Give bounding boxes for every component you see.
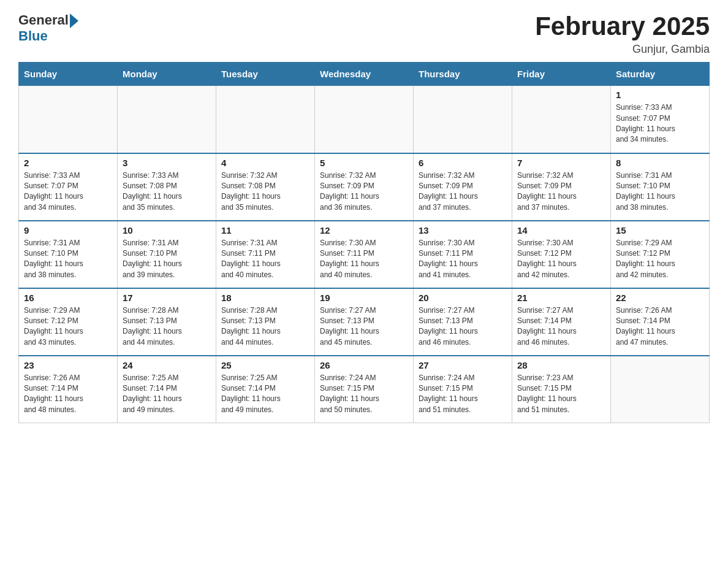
- calendar-cell: 25Sunrise: 7:25 AM Sunset: 7:14 PM Dayli…: [216, 356, 315, 423]
- day-info: Sunrise: 7:30 AM Sunset: 7:11 PM Dayligh…: [320, 238, 408, 281]
- calendar-cell: [414, 86, 512, 153]
- day-number: 25: [221, 360, 309, 370]
- day-info: Sunrise: 7:33 AM Sunset: 7:08 PM Dayligh…: [123, 170, 211, 213]
- day-number: 16: [24, 293, 112, 303]
- calendar-cell: 23Sunrise: 7:26 AM Sunset: 7:14 PM Dayli…: [19, 356, 118, 423]
- calendar-cell: 20Sunrise: 7:27 AM Sunset: 7:13 PM Dayli…: [414, 288, 512, 356]
- calendar-cell: 8Sunrise: 7:31 AM Sunset: 7:10 PM Daylig…: [611, 153, 710, 221]
- calendar-cell: 5Sunrise: 7:32 AM Sunset: 7:09 PM Daylig…: [315, 153, 414, 221]
- day-number: 3: [123, 158, 211, 168]
- day-number: 12: [320, 225, 408, 236]
- calendar-table: SundayMondayTuesdayWednesdayThursdayFrid…: [18, 62, 710, 423]
- day-number: 21: [517, 293, 605, 303]
- day-info: Sunrise: 7:32 AM Sunset: 7:09 PM Dayligh…: [517, 170, 605, 213]
- calendar-cell: 21Sunrise: 7:27 AM Sunset: 7:14 PM Dayli…: [512, 288, 611, 356]
- day-info: Sunrise: 7:23 AM Sunset: 7:15 PM Dayligh…: [517, 373, 605, 416]
- weekday-header-tuesday: Tuesday: [216, 63, 315, 86]
- day-number: 10: [123, 225, 211, 236]
- day-number: 26: [320, 360, 408, 370]
- day-info: Sunrise: 7:28 AM Sunset: 7:13 PM Dayligh…: [123, 305, 211, 348]
- calendar-cell: 28Sunrise: 7:23 AM Sunset: 7:15 PM Dayli…: [512, 356, 611, 423]
- day-number: 7: [517, 158, 605, 168]
- day-info: Sunrise: 7:30 AM Sunset: 7:11 PM Dayligh…: [419, 238, 507, 281]
- day-number: 23: [24, 360, 112, 370]
- day-number: 24: [123, 360, 211, 370]
- day-number: 1: [616, 90, 704, 100]
- day-number: 18: [221, 293, 309, 303]
- calendar-cell: 3Sunrise: 7:33 AM Sunset: 7:08 PM Daylig…: [118, 153, 216, 221]
- day-info: Sunrise: 7:32 AM Sunset: 7:09 PM Dayligh…: [320, 170, 408, 213]
- day-info: Sunrise: 7:31 AM Sunset: 7:10 PM Dayligh…: [616, 170, 704, 213]
- day-number: 14: [517, 225, 605, 236]
- day-info: Sunrise: 7:25 AM Sunset: 7:14 PM Dayligh…: [123, 373, 211, 416]
- month-title: February 2025: [535, 12, 710, 40]
- day-info: Sunrise: 7:31 AM Sunset: 7:11 PM Dayligh…: [221, 238, 309, 281]
- calendar-cell: [118, 86, 216, 153]
- calendar-cell: 11Sunrise: 7:31 AM Sunset: 7:11 PM Dayli…: [216, 221, 315, 288]
- day-number: 6: [419, 158, 507, 168]
- day-info: Sunrise: 7:32 AM Sunset: 7:09 PM Dayligh…: [419, 170, 507, 213]
- weekday-header-thursday: Thursday: [414, 63, 512, 86]
- day-info: Sunrise: 7:25 AM Sunset: 7:14 PM Dayligh…: [221, 373, 309, 416]
- day-info: Sunrise: 7:24 AM Sunset: 7:15 PM Dayligh…: [320, 373, 408, 416]
- day-number: 2: [24, 158, 112, 168]
- calendar-cell: 10Sunrise: 7:31 AM Sunset: 7:10 PM Dayli…: [118, 221, 216, 288]
- logo-blue-text: Blue: [18, 28, 48, 44]
- day-info: Sunrise: 7:31 AM Sunset: 7:10 PM Dayligh…: [123, 238, 211, 281]
- day-info: Sunrise: 7:30 AM Sunset: 7:12 PM Dayligh…: [517, 238, 605, 281]
- day-info: Sunrise: 7:33 AM Sunset: 7:07 PM Dayligh…: [616, 102, 704, 145]
- calendar-cell: 13Sunrise: 7:30 AM Sunset: 7:11 PM Dayli…: [414, 221, 512, 288]
- calendar-cell: 2Sunrise: 7:33 AM Sunset: 7:07 PM Daylig…: [19, 153, 118, 221]
- week-row-1: 1Sunrise: 7:33 AM Sunset: 7:07 PM Daylig…: [19, 86, 710, 153]
- calendar-cell: 15Sunrise: 7:29 AM Sunset: 7:12 PM Dayli…: [611, 221, 710, 288]
- calendar-cell: 14Sunrise: 7:30 AM Sunset: 7:12 PM Dayli…: [512, 221, 611, 288]
- calendar-cell: 6Sunrise: 7:32 AM Sunset: 7:09 PM Daylig…: [414, 153, 512, 221]
- day-info: Sunrise: 7:29 AM Sunset: 7:12 PM Dayligh…: [616, 238, 704, 281]
- page-header: General Blue February 2025 Gunjur, Gambi…: [18, 12, 710, 56]
- day-number: 17: [123, 293, 211, 303]
- day-number: 15: [616, 225, 704, 236]
- day-number: 19: [320, 293, 408, 303]
- day-info: Sunrise: 7:28 AM Sunset: 7:13 PM Dayligh…: [221, 305, 309, 348]
- weekday-header-saturday: Saturday: [611, 63, 710, 86]
- day-info: Sunrise: 7:32 AM Sunset: 7:08 PM Dayligh…: [221, 170, 309, 213]
- day-number: 8: [616, 158, 704, 168]
- calendar-cell: 26Sunrise: 7:24 AM Sunset: 7:15 PM Dayli…: [315, 356, 414, 423]
- weekday-header-wednesday: Wednesday: [315, 63, 414, 86]
- calendar-cell: 18Sunrise: 7:28 AM Sunset: 7:13 PM Dayli…: [216, 288, 315, 356]
- calendar-cell: 9Sunrise: 7:31 AM Sunset: 7:10 PM Daylig…: [19, 221, 118, 288]
- day-info: Sunrise: 7:29 AM Sunset: 7:12 PM Dayligh…: [24, 305, 112, 348]
- calendar-cell: 4Sunrise: 7:32 AM Sunset: 7:08 PM Daylig…: [216, 153, 315, 221]
- day-info: Sunrise: 7:27 AM Sunset: 7:13 PM Dayligh…: [419, 305, 507, 348]
- day-info: Sunrise: 7:26 AM Sunset: 7:14 PM Dayligh…: [24, 373, 112, 416]
- calendar-cell: 16Sunrise: 7:29 AM Sunset: 7:12 PM Dayli…: [19, 288, 118, 356]
- logo-arrow-icon: [70, 13, 78, 28]
- weekday-header-friday: Friday: [512, 63, 611, 86]
- week-row-5: 23Sunrise: 7:26 AM Sunset: 7:14 PM Dayli…: [19, 356, 710, 423]
- day-number: 4: [221, 158, 309, 168]
- day-number: 28: [517, 360, 605, 370]
- calendar-cell: 22Sunrise: 7:26 AM Sunset: 7:14 PM Dayli…: [611, 288, 710, 356]
- calendar-cell: 17Sunrise: 7:28 AM Sunset: 7:13 PM Dayli…: [118, 288, 216, 356]
- week-row-2: 2Sunrise: 7:33 AM Sunset: 7:07 PM Daylig…: [19, 153, 710, 221]
- day-info: Sunrise: 7:24 AM Sunset: 7:15 PM Dayligh…: [419, 373, 507, 416]
- day-number: 27: [419, 360, 507, 370]
- calendar-cell: [315, 86, 414, 153]
- calendar-cell: 1Sunrise: 7:33 AM Sunset: 7:07 PM Daylig…: [611, 86, 710, 153]
- week-row-3: 9Sunrise: 7:31 AM Sunset: 7:10 PM Daylig…: [19, 221, 710, 288]
- calendar-cell: [611, 356, 710, 423]
- day-info: Sunrise: 7:31 AM Sunset: 7:10 PM Dayligh…: [24, 238, 112, 281]
- day-number: 5: [320, 158, 408, 168]
- title-area: February 2025 Gunjur, Gambia: [535, 12, 710, 56]
- day-info: Sunrise: 7:27 AM Sunset: 7:14 PM Dayligh…: [517, 305, 605, 348]
- day-info: Sunrise: 7:27 AM Sunset: 7:13 PM Dayligh…: [320, 305, 408, 348]
- weekday-header-row: SundayMondayTuesdayWednesdayThursdayFrid…: [19, 63, 710, 86]
- calendar-cell: 19Sunrise: 7:27 AM Sunset: 7:13 PM Dayli…: [315, 288, 414, 356]
- day-number: 13: [419, 225, 507, 236]
- weekday-header-sunday: Sunday: [19, 63, 118, 86]
- logo: General Blue: [18, 12, 78, 44]
- day-number: 11: [221, 225, 309, 236]
- week-row-4: 16Sunrise: 7:29 AM Sunset: 7:12 PM Dayli…: [19, 288, 710, 356]
- calendar-cell: 24Sunrise: 7:25 AM Sunset: 7:14 PM Dayli…: [118, 356, 216, 423]
- calendar-cell: [512, 86, 611, 153]
